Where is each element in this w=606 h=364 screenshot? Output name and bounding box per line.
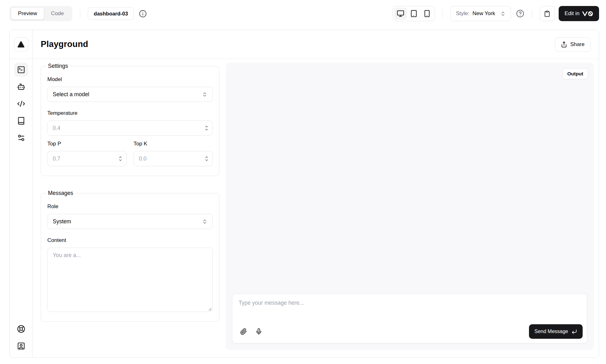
content-grid: Settings Model Select a model Temperatur… [33,59,599,357]
settings-form: Settings Model Select a model Temperatur… [41,63,219,350]
messages-fieldset: Messages Role System Content [41,190,219,322]
share-button-label: Share [570,41,585,48]
temperature-label: Temperature [47,110,213,116]
tab-code[interactable]: Code [44,8,71,20]
edit-in-v0-label: Edit in [565,10,579,17]
send-message-button[interactable]: Send Message [529,324,583,339]
sidebar-item-documentation[interactable] [14,114,28,128]
toolbar-separator [80,9,80,18]
sidebar-bottom-nav [14,318,28,357]
sidebar-item-models[interactable] [14,80,28,94]
info-icon[interactable] [139,10,147,18]
role-select[interactable]: System [47,214,213,229]
chevrons-up-down-icon [500,11,506,16]
share-icon [561,41,567,48]
toolbar-separator [532,9,532,18]
monitor-icon [397,10,404,17]
tablet-icon [410,10,418,17]
model-select[interactable]: Select a model [47,87,213,102]
top-k-input[interactable] [134,151,213,166]
main-area: Playground Share Settings Model Select a… [33,30,599,357]
attach-file-button[interactable] [237,325,250,338]
book-icon [17,117,25,125]
sidebar-item-help[interactable] [14,322,28,336]
chevrons-up-down-icon [202,219,207,224]
top-p-label: Top P [47,141,127,147]
chevrons-up-down-icon [202,92,207,97]
style-select[interactable]: Style: New York [450,6,511,21]
block-name-badge: dashboard-03 [88,7,134,20]
sidebar-header [10,30,32,59]
model-select-value: Select a model [53,91,89,98]
toolbar-separator [443,9,443,18]
preview-frame: Playground Share Settings Model Select a… [9,30,599,358]
model-label: Model [47,76,213,83]
content-label: Content [47,237,213,244]
triangle-logo-icon [17,41,25,48]
page-title: Playground [41,39,88,49]
smartphone-icon [423,10,431,17]
number-stepper-icon[interactable] [204,126,209,131]
top-p-input[interactable] [47,151,127,166]
style-select-value: New York [472,10,495,17]
message-input[interactable] [237,296,583,324]
temperature-input[interactable] [47,120,213,136]
output-panel: Output [226,63,594,350]
logo-button[interactable] [14,37,28,52]
view-mode-tabs: Preview Code [9,6,72,21]
code-icon [17,100,25,108]
device-desktop-button[interactable] [394,8,407,20]
clipboard-icon [544,10,550,17]
style-select-label: Style: [456,10,469,17]
number-stepper-icon[interactable] [204,156,209,161]
device-tablet-button[interactable] [407,8,420,20]
settings-fieldset: Settings Model Select a model Temperatur… [41,63,219,176]
use-microphone-button[interactable] [252,325,265,338]
output-badge: Output [562,68,588,79]
square-terminal-icon [17,66,25,74]
life-buoy-icon [17,325,25,333]
page-header: Playground Share [33,30,599,59]
settings-legend: Settings [46,63,70,69]
message-composer: Send Message [232,294,587,343]
edit-in-v0-button[interactable]: Edit in [559,6,599,21]
top-k-label: Top K [134,141,213,147]
tab-preview[interactable]: Preview [11,8,44,20]
messages-legend: Messages [46,190,75,197]
corner-down-left-icon [571,329,577,335]
mic-icon [255,328,262,335]
sidebar-item-settings[interactable] [14,131,28,145]
settings2-icon [17,134,25,142]
copy-code-button[interactable] [540,6,555,21]
sidebar [10,30,33,357]
sidebar-item-account[interactable] [14,339,28,353]
device-mobile-button[interactable] [421,8,433,20]
content-textarea[interactable] [47,248,213,312]
share-button[interactable]: Share [555,37,591,52]
number-stepper-icon[interactable] [118,156,123,161]
sidebar-nav [14,59,28,149]
help-circle-icon[interactable] [516,9,524,18]
top-toolbar: Preview Code dashboard-03 Style: New [0,0,606,27]
v0-logo-icon [582,11,593,16]
role-select-value: System [53,218,71,225]
sidebar-item-api[interactable] [14,97,28,111]
send-message-label: Send Message [534,329,568,334]
role-label: Role [47,203,213,210]
device-toggle-group [393,6,435,21]
paperclip-icon [240,328,247,335]
bot-icon [17,83,25,91]
sidebar-item-playground[interactable] [14,63,28,77]
composer-actions: Send Message [237,324,583,339]
square-user-icon [17,342,25,350]
